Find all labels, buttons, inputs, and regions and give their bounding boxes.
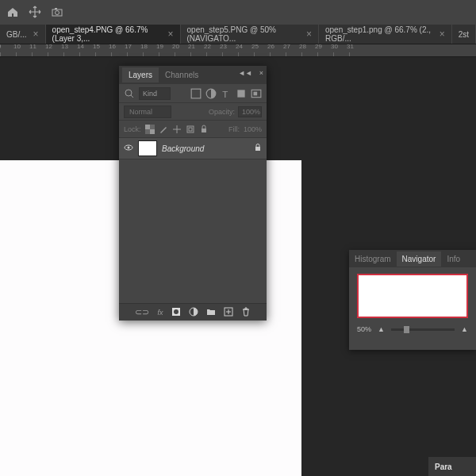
tab-label: open_step5.PNG @ 50% (NAVIGATO...	[187, 25, 300, 43]
svg-point-21	[174, 309, 178, 314]
doc-tab-3[interactable]: open_step1.png @ 66.7% (2., RGB/...×	[319, 25, 451, 44]
tab-layers[interactable]: Layers	[122, 67, 159, 83]
paragraph-panel-tab[interactable]: Para	[428, 457, 476, 476]
navigator-preview[interactable]	[357, 274, 468, 318]
svg-rect-14	[187, 126, 194, 132]
lock-position-icon[interactable]	[172, 125, 182, 134]
lock-all-icon[interactable]	[199, 125, 209, 134]
lock-row: Lock: Fill: 100%	[119, 120, 267, 137]
tab-info[interactable]: Info	[441, 251, 466, 267]
filter-adjust-icon[interactable]	[205, 88, 217, 99]
svg-rect-19	[255, 147, 260, 151]
lock-artboard-icon[interactable]	[186, 125, 195, 134]
zoom-in-icon[interactable]: ▲	[461, 325, 468, 333]
opacity-label: Opacity:	[209, 108, 235, 116]
tab-channels[interactable]: Channels	[159, 67, 205, 83]
filter-shape-icon[interactable]	[236, 88, 247, 99]
filter-smart-icon[interactable]	[251, 88, 262, 99]
home-icon[interactable]	[6, 6, 19, 18]
filter-type-icon[interactable]: T	[221, 88, 232, 99]
lock-transparent-icon[interactable]	[145, 125, 155, 134]
collapse-icon[interactable]: ◄◄	[238, 69, 252, 77]
close-icon[interactable]: ×	[168, 29, 174, 40]
svg-rect-16	[202, 129, 206, 132]
filter-kind-select[interactable]: Kind	[139, 87, 171, 100]
blend-row: Normal Opacity: 100%	[119, 102, 267, 120]
svg-line-4	[131, 95, 133, 98]
adjustment-icon[interactable]	[189, 307, 198, 318]
fill-value[interactable]: 100%	[244, 125, 262, 133]
layer-filter-row: Kind T	[119, 83, 267, 102]
blend-mode-select[interactable]: Normal	[124, 106, 171, 118]
tab-label: 2st	[459, 30, 469, 39]
opacity-value[interactable]: 100%	[238, 106, 262, 117]
fx-icon[interactable]: fx	[157, 309, 163, 317]
navigator-zoom-row: 50% ▲ ▲	[349, 321, 476, 337]
svg-text:T: T	[222, 88, 228, 98]
mask-icon[interactable]	[171, 307, 181, 318]
search-icon[interactable]	[124, 88, 135, 99]
group-icon[interactable]	[206, 307, 216, 318]
lock-pixels-icon[interactable]	[159, 125, 168, 134]
tab-label: open_step1.png @ 66.7% (2., RGB/...	[325, 25, 433, 43]
options-bar	[0, 0, 476, 24]
navigator-panel: Histogram Navigator Info 50% ▲ ▲	[349, 250, 476, 350]
doc-tab-4[interactable]: 2st	[452, 25, 475, 44]
zoom-out-icon[interactable]: ▲	[378, 325, 385, 333]
filter-pixel-icon[interactable]	[190, 88, 202, 99]
layer-thumbnail[interactable]	[138, 140, 157, 156]
tab-label: GB/...	[6, 30, 27, 39]
fill-label: Fill:	[228, 125, 240, 133]
new-layer-icon[interactable]	[224, 307, 233, 318]
svg-rect-12	[145, 125, 150, 129]
zoom-slider[interactable]	[391, 328, 455, 331]
lock-icon[interactable]	[254, 144, 262, 153]
tab-histogram[interactable]: Histogram	[349, 251, 397, 267]
document-tabs: GB/...× open_step4.PNG @ 66.7% (Layer 3,…	[0, 24, 476, 44]
trash-icon[interactable]	[241, 307, 251, 318]
horizontal-ruler: 9101112131415161718192021222324252627282…	[0, 44, 476, 57]
layers-panel: Layers Channels ◄◄ × Kind T Normal Opaci…	[119, 66, 267, 321]
svg-point-3	[125, 90, 132, 96]
paragraph-label: Para	[435, 463, 452, 471]
tab-navigator[interactable]: Navigator	[397, 251, 442, 267]
slider-handle[interactable]	[404, 326, 409, 333]
svg-rect-5	[191, 89, 201, 98]
tab-label: open_step4.PNG @ 66.7% (Layer 3,...	[52, 25, 162, 43]
layer-background[interactable]: Background	[119, 137, 267, 159]
layer-name[interactable]: Background	[162, 144, 249, 153]
link-icon[interactable]: ⊂⊃	[135, 307, 149, 317]
close-icon[interactable]: ×	[33, 29, 39, 40]
close-icon[interactable]: ×	[306, 29, 312, 40]
zoom-value[interactable]: 50%	[357, 325, 371, 333]
svg-rect-15	[189, 128, 192, 131]
lock-label: Lock:	[124, 125, 141, 133]
visibility-icon[interactable]	[124, 143, 133, 154]
doc-tab-2[interactable]: open_step5.PNG @ 50% (NAVIGATO...×	[181, 25, 318, 44]
camera-icon[interactable]	[51, 6, 63, 18]
move-icon[interactable]	[29, 6, 41, 18]
svg-point-1	[56, 11, 60, 15]
layers-footer: ⊂⊃ fx	[119, 303, 267, 321]
svg-rect-10	[254, 91, 258, 95]
doc-tab-1[interactable]: open_step4.PNG @ 66.7% (Layer 3,...×	[46, 25, 180, 44]
svg-rect-2	[55, 8, 57, 10]
svg-rect-13	[150, 129, 155, 134]
doc-tab-0[interactable]: GB/...×	[0, 25, 45, 44]
close-icon[interactable]: ×	[259, 69, 263, 77]
panel-tab-row: Layers Channels ◄◄ ×	[119, 66, 267, 83]
close-icon[interactable]: ×	[440, 29, 445, 40]
nav-tab-row: Histogram Navigator Info	[349, 250, 476, 267]
svg-rect-8	[237, 90, 244, 97]
svg-point-18	[128, 147, 130, 149]
